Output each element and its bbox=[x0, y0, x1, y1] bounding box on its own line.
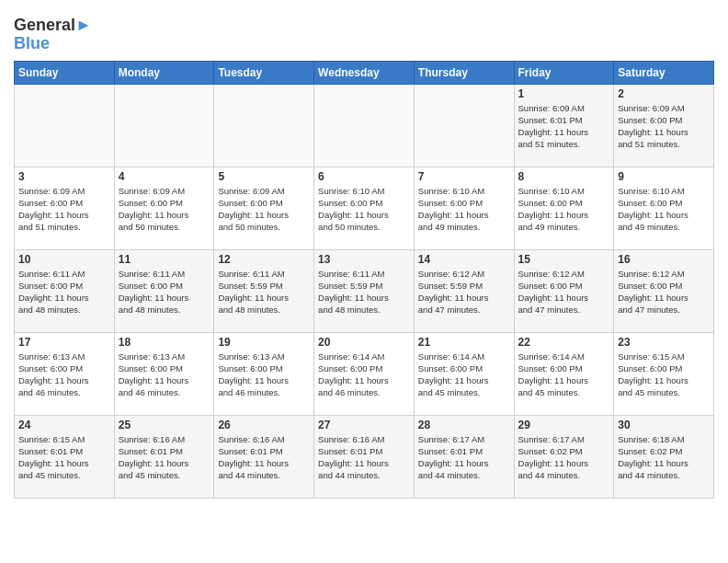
day-number: 12 bbox=[218, 253, 310, 266]
day-number: 7 bbox=[418, 170, 510, 183]
day-number: 10 bbox=[18, 253, 110, 266]
cell-info: Sunrise: 6:12 AMSunset: 6:00 PMDaylight:… bbox=[618, 268, 710, 316]
weekday-header-sunday: Sunday bbox=[15, 61, 115, 84]
logo: General► Blue bbox=[14, 17, 92, 53]
calendar-week-1: 3Sunrise: 6:09 AMSunset: 6:00 PMDaylight… bbox=[15, 167, 714, 249]
calendar-cell: 10Sunrise: 6:11 AMSunset: 6:00 PMDayligh… bbox=[15, 249, 115, 332]
weekday-header-friday: Friday bbox=[514, 61, 614, 84]
day-number: 9 bbox=[618, 170, 710, 183]
calendar-cell: 17Sunrise: 6:13 AMSunset: 6:00 PMDayligh… bbox=[15, 332, 115, 415]
day-number: 24 bbox=[18, 419, 110, 431]
cell-info: Sunrise: 6:17 AMSunset: 6:02 PMDaylight:… bbox=[518, 433, 610, 482]
cell-info: Sunrise: 6:11 AMSunset: 6:00 PMDaylight:… bbox=[119, 268, 210, 316]
calendar-cell: 23Sunrise: 6:15 AMSunset: 6:00 PMDayligh… bbox=[614, 332, 714, 415]
calendar-cell bbox=[314, 84, 415, 167]
calendar-cell: 26Sunrise: 6:16 AMSunset: 6:01 PMDayligh… bbox=[214, 415, 314, 498]
calendar-cell: 29Sunrise: 6:17 AMSunset: 6:02 PMDayligh… bbox=[514, 415, 614, 498]
weekday-header-thursday: Thursday bbox=[414, 61, 514, 84]
day-number: 17 bbox=[18, 336, 110, 349]
cell-info: Sunrise: 6:10 AMSunset: 6:00 PMDaylight:… bbox=[418, 185, 510, 234]
page: General► Blue SundayMondayTuesdayWednesd… bbox=[0, 0, 728, 508]
day-number: 15 bbox=[518, 253, 610, 266]
day-number: 28 bbox=[418, 419, 510, 431]
calendar-cell: 24Sunrise: 6:15 AMSunset: 6:01 PMDayligh… bbox=[15, 415, 115, 498]
day-number: 8 bbox=[518, 170, 610, 183]
day-number: 25 bbox=[119, 419, 210, 431]
calendar-cell bbox=[15, 84, 115, 167]
cell-info: Sunrise: 6:16 AMSunset: 6:01 PMDaylight:… bbox=[119, 433, 210, 482]
cell-info: Sunrise: 6:12 AMSunset: 6:00 PMDaylight:… bbox=[518, 268, 610, 316]
calendar-cell: 13Sunrise: 6:11 AMSunset: 5:59 PMDayligh… bbox=[314, 249, 415, 332]
cell-info: Sunrise: 6:11 AMSunset: 5:59 PMDaylight:… bbox=[318, 268, 410, 316]
cell-info: Sunrise: 6:13 AMSunset: 6:00 PMDaylight:… bbox=[18, 350, 110, 399]
calendar-cell: 9Sunrise: 6:10 AMSunset: 6:00 PMDaylight… bbox=[614, 167, 714, 249]
day-number: 5 bbox=[218, 170, 310, 183]
cell-info: Sunrise: 6:11 AMSunset: 6:00 PMDaylight:… bbox=[18, 268, 110, 316]
calendar-cell: 6Sunrise: 6:10 AMSunset: 6:00 PMDaylight… bbox=[314, 167, 415, 249]
calendar-cell: 18Sunrise: 6:13 AMSunset: 6:00 PMDayligh… bbox=[114, 332, 214, 415]
calendar-week-2: 10Sunrise: 6:11 AMSunset: 6:00 PMDayligh… bbox=[15, 249, 714, 332]
cell-info: Sunrise: 6:13 AMSunset: 6:00 PMDaylight:… bbox=[119, 350, 210, 399]
cell-info: Sunrise: 6:14 AMSunset: 6:00 PMDaylight:… bbox=[518, 350, 610, 399]
cell-info: Sunrise: 6:09 AMSunset: 6:00 PMDaylight:… bbox=[18, 185, 110, 234]
day-number: 3 bbox=[18, 170, 110, 183]
cell-info: Sunrise: 6:13 AMSunset: 6:00 PMDaylight:… bbox=[218, 350, 310, 399]
calendar-cell: 21Sunrise: 6:14 AMSunset: 6:00 PMDayligh… bbox=[414, 332, 514, 415]
day-number: 14 bbox=[418, 253, 510, 266]
cell-info: Sunrise: 6:09 AMSunset: 6:00 PMDaylight:… bbox=[618, 102, 710, 151]
day-number: 4 bbox=[119, 170, 210, 183]
day-number: 19 bbox=[218, 336, 310, 349]
cell-info: Sunrise: 6:15 AMSunset: 6:01 PMDaylight:… bbox=[18, 433, 110, 482]
calendar-week-4: 24Sunrise: 6:15 AMSunset: 6:01 PMDayligh… bbox=[15, 415, 714, 498]
logo-text: General► bbox=[14, 17, 92, 35]
logo-subtext: Blue bbox=[14, 35, 50, 53]
cell-info: Sunrise: 6:17 AMSunset: 6:01 PMDaylight:… bbox=[418, 433, 510, 482]
cell-info: Sunrise: 6:14 AMSunset: 6:00 PMDaylight:… bbox=[418, 350, 510, 399]
calendar-cell: 2Sunrise: 6:09 AMSunset: 6:00 PMDaylight… bbox=[614, 84, 714, 167]
day-number: 16 bbox=[618, 253, 710, 266]
day-number: 6 bbox=[318, 170, 410, 183]
cell-info: Sunrise: 6:15 AMSunset: 6:00 PMDaylight:… bbox=[618, 350, 710, 399]
day-number: 11 bbox=[119, 253, 210, 266]
day-number: 27 bbox=[318, 419, 410, 431]
day-number: 20 bbox=[318, 336, 410, 349]
calendar-cell: 25Sunrise: 6:16 AMSunset: 6:01 PMDayligh… bbox=[114, 415, 214, 498]
calendar-cell: 1Sunrise: 6:09 AMSunset: 6:01 PMDaylight… bbox=[514, 84, 614, 167]
day-number: 29 bbox=[518, 419, 610, 431]
calendar-cell: 5Sunrise: 6:09 AMSunset: 6:00 PMDaylight… bbox=[214, 167, 314, 249]
calendar-cell: 16Sunrise: 6:12 AMSunset: 6:00 PMDayligh… bbox=[614, 249, 714, 332]
calendar-cell: 8Sunrise: 6:10 AMSunset: 6:00 PMDaylight… bbox=[514, 167, 614, 249]
cell-info: Sunrise: 6:09 AMSunset: 6:01 PMDaylight:… bbox=[518, 102, 610, 151]
weekday-header-wednesday: Wednesday bbox=[314, 61, 415, 84]
calendar-cell: 19Sunrise: 6:13 AMSunset: 6:00 PMDayligh… bbox=[214, 332, 314, 415]
cell-info: Sunrise: 6:16 AMSunset: 6:01 PMDaylight:… bbox=[218, 433, 310, 482]
calendar-cell: 14Sunrise: 6:12 AMSunset: 5:59 PMDayligh… bbox=[414, 249, 514, 332]
cell-info: Sunrise: 6:10 AMSunset: 6:00 PMDaylight:… bbox=[518, 185, 610, 234]
day-number: 26 bbox=[218, 419, 310, 431]
weekday-header-monday: Monday bbox=[114, 61, 214, 84]
cell-info: Sunrise: 6:16 AMSunset: 6:01 PMDaylight:… bbox=[318, 433, 410, 482]
day-number: 13 bbox=[318, 253, 410, 266]
calendar-cell: 28Sunrise: 6:17 AMSunset: 6:01 PMDayligh… bbox=[414, 415, 514, 498]
cell-info: Sunrise: 6:12 AMSunset: 5:59 PMDaylight:… bbox=[418, 268, 510, 316]
weekday-header-tuesday: Tuesday bbox=[214, 61, 314, 84]
cell-info: Sunrise: 6:10 AMSunset: 6:00 PMDaylight:… bbox=[318, 185, 410, 234]
day-number: 2 bbox=[618, 87, 710, 100]
day-number: 21 bbox=[418, 336, 510, 349]
cell-info: Sunrise: 6:11 AMSunset: 5:59 PMDaylight:… bbox=[218, 268, 310, 316]
cell-info: Sunrise: 6:18 AMSunset: 6:02 PMDaylight:… bbox=[618, 433, 710, 482]
calendar-cell: 3Sunrise: 6:09 AMSunset: 6:00 PMDaylight… bbox=[15, 167, 115, 249]
calendar-week-0: 1Sunrise: 6:09 AMSunset: 6:01 PMDaylight… bbox=[15, 84, 714, 167]
calendar-cell: 11Sunrise: 6:11 AMSunset: 6:00 PMDayligh… bbox=[114, 249, 214, 332]
calendar-cell: 7Sunrise: 6:10 AMSunset: 6:00 PMDaylight… bbox=[414, 167, 514, 249]
calendar-cell bbox=[114, 84, 214, 167]
calendar-cell: 22Sunrise: 6:14 AMSunset: 6:00 PMDayligh… bbox=[514, 332, 614, 415]
calendar-cell: 30Sunrise: 6:18 AMSunset: 6:02 PMDayligh… bbox=[614, 415, 714, 498]
calendar-cell bbox=[214, 84, 314, 167]
day-number: 22 bbox=[518, 336, 610, 349]
day-number: 23 bbox=[618, 336, 710, 349]
weekday-header-saturday: Saturday bbox=[614, 61, 714, 84]
calendar-cell bbox=[414, 84, 514, 167]
calendar-cell: 15Sunrise: 6:12 AMSunset: 6:00 PMDayligh… bbox=[514, 249, 614, 332]
weekday-header-row: SundayMondayTuesdayWednesdayThursdayFrid… bbox=[15, 61, 714, 84]
